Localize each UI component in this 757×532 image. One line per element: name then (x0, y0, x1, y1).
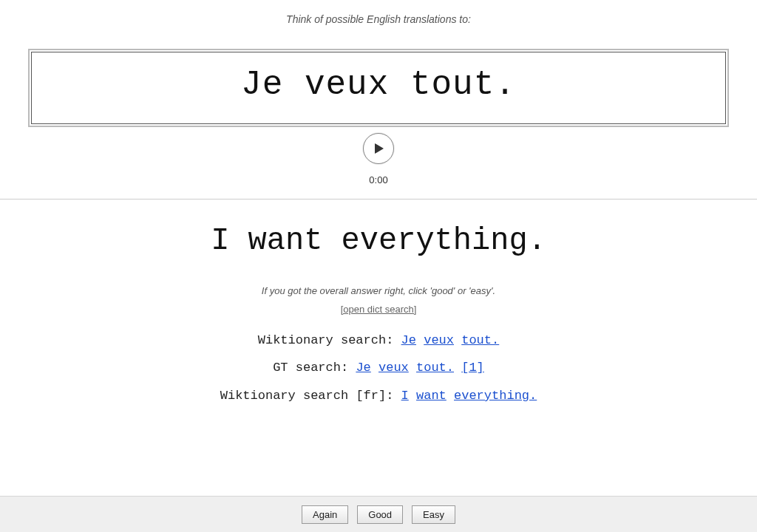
wiktionary-fr-search-row: Wiktionary search [fr]: I want everythin… (0, 382, 757, 409)
search-lines: Wiktionary search: Je veux tout. GT sear… (0, 327, 757, 409)
wiktionary-fr-link[interactable]: I (401, 389, 409, 403)
wiktionary-fr-link[interactable]: everything. (454, 389, 537, 403)
wiktionary-search-row: Wiktionary search: Je veux tout. (0, 327, 757, 354)
wiktionary-link[interactable]: tout. (461, 333, 499, 347)
wiktionary-link[interactable]: Je (401, 333, 416, 347)
wiktionary-link[interactable]: veux (424, 333, 454, 347)
gt-label: GT search: (273, 361, 356, 375)
answer-text: I want everything. (0, 223, 757, 259)
play-icon (372, 142, 385, 155)
gt-link[interactable]: veux (378, 361, 409, 375)
wiktionary-label: Wiktionary search: (258, 333, 401, 347)
review-hint: If you got the overall answer right, cli… (0, 285, 757, 296)
easy-button[interactable]: Easy (412, 505, 455, 524)
svg-marker-0 (375, 143, 384, 154)
gt-link[interactable]: Je (356, 361, 370, 375)
play-audio-button[interactable] (363, 133, 394, 164)
gt-link[interactable]: tout. (416, 361, 454, 375)
again-button[interactable]: Again (302, 505, 348, 524)
prompt-hint: Think of possible English translations t… (0, 13, 757, 25)
open-dict-search-link[interactable]: [open dict search] (341, 304, 417, 315)
question-text: Je veux tout. (241, 66, 516, 104)
gt-link[interactable]: [1] (461, 361, 484, 375)
gt-search-row: GT search: Je veux tout. [1] (0, 354, 757, 381)
audio-time: 0:00 (0, 174, 757, 185)
question-box: Je veux tout. (31, 52, 726, 124)
good-button[interactable]: Good (357, 505, 403, 524)
divider (0, 199, 757, 200)
review-button-bar: Again Good Easy (0, 496, 757, 532)
wiktionary-fr-link[interactable]: want (416, 389, 447, 403)
wiktionary-fr-label: Wiktionary search [fr]: (220, 389, 401, 403)
